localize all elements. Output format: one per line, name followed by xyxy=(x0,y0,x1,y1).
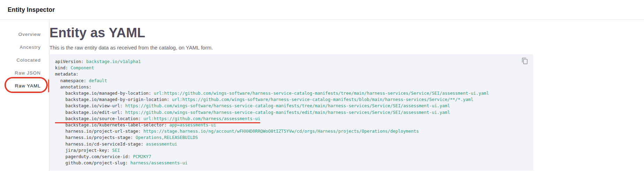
yaml-line: harness.io/project-url-stage: https://st… xyxy=(55,128,528,134)
sidebar-item-ancestry[interactable]: Ancestry xyxy=(0,41,49,54)
yaml-line: github.com/project-slug: harness/assessm… xyxy=(55,160,528,166)
selected-tab-indicator xyxy=(48,79,49,92)
yaml-line: harness.io/projects-stage: Operations,RE… xyxy=(55,134,528,141)
yaml-line: apiVersion: backstage.io/v1alpha1 xyxy=(55,59,528,65)
yaml-line: backstage.io/managed-by-origin-location:… xyxy=(55,96,528,103)
inspector-tab-list: OverviewAncestryColocatedRaw JSONRaw YAM… xyxy=(0,20,49,171)
yaml-line: backstage.io/edit-url: https://github.co… xyxy=(55,109,528,116)
page-title: Entity as YAML xyxy=(49,25,644,40)
yaml-code-block: apiVersion: backstage.io/v1alpha1kind: C… xyxy=(49,54,533,171)
sidebar-item-raw-yaml[interactable]: Raw YAML xyxy=(0,79,49,92)
dialog-header: Entity Inspector xyxy=(0,0,644,20)
dialog-title: Entity Inspector xyxy=(8,6,55,14)
yaml-line: pagerduty.com/service-id: PCM2KY7 xyxy=(55,154,528,160)
yaml-line: backstage.io/source-location: url:https:… xyxy=(55,116,528,122)
sidebar-item-overview[interactable]: Overview xyxy=(0,28,49,41)
copy-icon[interactable] xyxy=(521,57,528,64)
yaml-content: apiVersion: backstage.io/v1alpha1kind: C… xyxy=(55,59,528,166)
yaml-line: backstage.io/kubernetes-label-selector: … xyxy=(55,122,528,128)
yaml-line: backstage.io/view-url: https://github.co… xyxy=(55,103,528,109)
yaml-line: namespace: default xyxy=(55,78,528,84)
yaml-line: jira/project-key: SEI xyxy=(55,147,528,154)
sidebar-item-colocated[interactable]: Colocated xyxy=(0,54,49,67)
page-description: This is the raw entity data as received … xyxy=(49,45,644,50)
dialog-content: OverviewAncestryColocatedRaw JSONRaw YAM… xyxy=(0,20,644,171)
yaml-line: annotations: xyxy=(55,84,528,90)
yaml-line: harness.io/cd-serviceId-stage: assessmen… xyxy=(55,141,528,147)
sidebar-item-raw-json[interactable]: Raw JSON xyxy=(0,67,49,79)
tab-panel-raw-yaml: Entity as YAML This is the raw entity da… xyxy=(49,20,644,171)
yaml-line: backstage.io/managed-by-location: url:ht… xyxy=(55,90,528,96)
yaml-line: metadata: xyxy=(55,71,528,77)
yaml-line: kind: Component xyxy=(55,65,528,71)
